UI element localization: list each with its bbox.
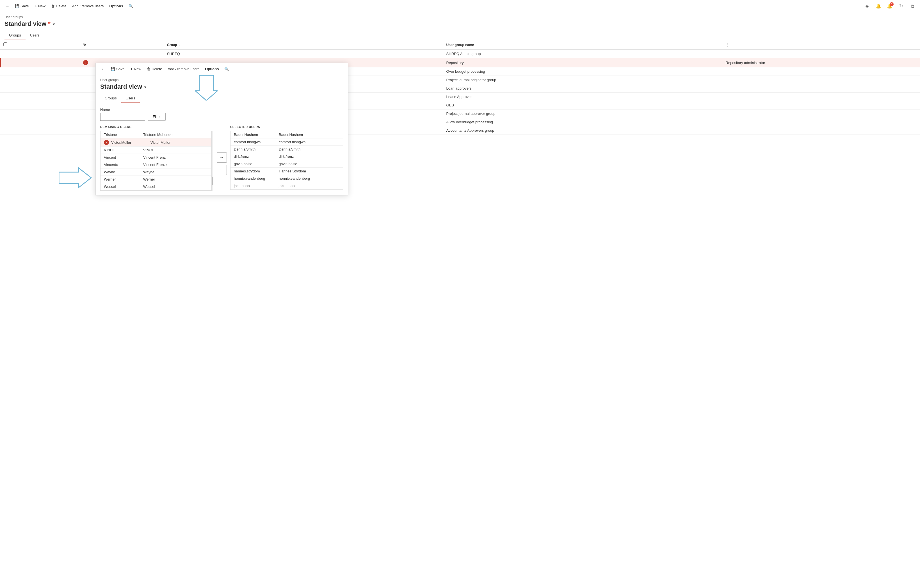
panel-search-button[interactable]: 🔍 <box>222 66 231 72</box>
selected-user-row[interactable]: hennie.vandenberghennie.vandenberg <box>230 175 343 182</box>
user-id: Vincentx <box>104 163 143 167</box>
unsaved-indicator: * <box>48 20 50 28</box>
main-tabs: Groups Users <box>0 31 920 40</box>
panel-new-button[interactable]: + New <box>128 65 143 73</box>
user-id: Tristone <box>104 133 143 137</box>
selected-user-row[interactable]: Dennis.SmithDennis.Smith <box>230 146 343 153</box>
selected-user-row[interactable]: gavin.halsegavin.halse <box>230 160 343 168</box>
col-name-header: User group name <box>443 40 722 50</box>
panel-breadcrumb: User groups <box>100 78 343 82</box>
column-menu-icon[interactable]: ⋮ <box>726 43 729 47</box>
row-checkbox-cell <box>0 118 80 126</box>
move-right-icon: → <box>220 155 224 160</box>
panel-options-button[interactable]: Options <box>203 66 221 72</box>
panel-tab-users[interactable]: Users <box>121 94 140 103</box>
selected-user-id: jako.boon <box>234 184 279 188</box>
remaining-users-title: REMAINING USERS <box>100 125 213 129</box>
panel-back-button[interactable]: ← <box>99 66 107 72</box>
transfer-buttons: → ← <box>213 136 230 191</box>
notifications[interactable]: 🔔 0 <box>885 2 894 11</box>
remaining-user-row[interactable]: VINCEVINCE <box>100 147 211 154</box>
title-dropdown-chevron[interactable]: ∨ <box>52 22 55 26</box>
selected-user-display-name: gavin.halse <box>279 162 340 166</box>
back-button[interactable]: ← <box>3 3 11 9</box>
selected-user-display-name: hennie.vandenberg <box>279 177 340 181</box>
row-name: Accountants Approvers group <box>443 126 920 135</box>
selected-user-display-name: jako.boon <box>279 184 340 188</box>
remaining-scrollbar[interactable] <box>212 131 213 191</box>
options-button[interactable]: Options <box>107 3 125 9</box>
row-group: SHREQ <box>164 50 443 58</box>
selected-user-id: Bader.Hashem <box>234 133 279 137</box>
row-name: Project journal originator group <box>443 76 920 84</box>
panel-delete-button[interactable]: 🗑 Delete <box>144 66 165 72</box>
diamond-icon-btn[interactable]: ◈ <box>863 2 872 11</box>
name-input[interactable] <box>100 113 145 121</box>
user-check-mark: ✓ <box>104 140 109 145</box>
sort-icon: ↓ <box>179 44 180 47</box>
remaining-user-row[interactable]: ✓Victor.MullerVictor.Muller <box>100 138 211 147</box>
tab-users[interactable]: Users <box>26 31 44 40</box>
selected-user-id: hennie.vandenberg <box>234 177 279 181</box>
selected-user-row[interactable]: Bader.HashemBader.Hashem <box>230 131 343 138</box>
col-menu-header[interactable]: ⋮ <box>722 40 920 50</box>
remaining-users-container: TristoneTristone Muhunde✓Victor.MullerVi… <box>100 131 213 191</box>
selected-users-list[interactable]: Bader.HashemBader.Hashemcomfort.hlongwac… <box>230 131 343 190</box>
remaining-user-row[interactable]: VincentVincent Frenz <box>100 154 211 161</box>
add-remove-users-button[interactable]: Add / remove users <box>70 3 106 9</box>
move-right-button[interactable]: → <box>217 152 227 163</box>
user-display-name: Vincent Frenzx <box>143 163 208 167</box>
remaining-user-row[interactable]: VincentxVincent Frenzx <box>100 161 211 168</box>
selection-indicator <box>0 58 1 67</box>
speaker-icon-btn[interactable]: 🔔 <box>874 2 883 11</box>
selected-user-id: dirk.frenz <box>234 154 279 159</box>
remaining-user-row[interactable]: WayneWayne <box>100 168 211 176</box>
select-all-checkbox[interactable] <box>3 42 7 46</box>
user-id: Wayne <box>104 170 143 174</box>
remaining-user-row[interactable]: WernerWerner <box>100 176 211 183</box>
panel-title-dropdown-chevron[interactable]: ∨ <box>144 84 147 89</box>
selected-user-display-name: dirk.frenz <box>279 154 340 159</box>
panel-toolbar: ← 💾 Save + New 🗑 Delete Add / remove use… <box>96 63 348 75</box>
remaining-user-row[interactable]: WesselWessel <box>100 183 211 190</box>
remaining-users-section: REMAINING USERS TristoneTristone Muhunde… <box>100 125 213 191</box>
refresh-btn[interactable]: ↻ <box>896 2 905 11</box>
col-refresh: ↻ <box>80 40 164 50</box>
col-checkbox <box>0 40 80 50</box>
remaining-user-row[interactable]: TristoneTristone Muhunde <box>100 131 211 138</box>
panel-tab-groups[interactable]: Groups <box>100 94 121 103</box>
panel-search-icon: 🔍 <box>224 67 229 71</box>
filter-button[interactable]: Filter <box>148 113 166 121</box>
user-id: Vincent <box>104 155 143 159</box>
delete-button[interactable]: 🗑 Delete <box>49 3 69 9</box>
selected-user-row[interactable]: dirk.frenzdirk.frenz <box>230 153 343 160</box>
col-group-header[interactable]: Group ↓ <box>164 40 443 50</box>
panel-add-remove-users-button[interactable]: Add / remove users <box>166 66 202 72</box>
move-left-button[interactable]: ← <box>217 165 227 175</box>
panel-save-button[interactable]: 💾 Save <box>109 66 127 72</box>
row-checkbox-cell <box>0 101 80 110</box>
search-icon: 🔍 <box>129 4 133 8</box>
selected-user-row[interactable]: jako.boonjako.boon <box>230 182 343 190</box>
row-check-mark: ✓ <box>83 60 88 65</box>
row-checkbox-cell <box>0 67 80 76</box>
tab-groups[interactable]: Groups <box>5 31 26 40</box>
new-button[interactable]: + New <box>32 3 48 10</box>
search-button[interactable]: 🔍 <box>126 3 135 9</box>
window-btn[interactable]: ⧉ <box>908 2 917 11</box>
right-arrow-annotation <box>59 167 92 190</box>
selected-user-row[interactable]: comfort.hlongwacomfort.hlongwa <box>230 138 343 146</box>
user-id: Victor.Muller <box>111 140 151 145</box>
refresh-table-icon[interactable]: ↻ <box>83 43 86 47</box>
remaining-users-list[interactable]: TristoneTristone Muhunde✓Victor.MullerVi… <box>100 131 212 191</box>
selected-user-id: hannes.strydom <box>234 169 279 173</box>
speaker-icon: 🔔 <box>876 3 881 9</box>
remaining-scrollbar-thumb <box>212 177 213 185</box>
selected-user-row[interactable]: hannes.strydomHannes Strydom <box>230 168 343 175</box>
save-button[interactable]: 💾 Save <box>13 3 31 9</box>
back-icon: ← <box>6 4 9 8</box>
table-row[interactable]: SHREQSHREQ Admin group <box>0 50 920 58</box>
row-name: Over budget processing <box>443 67 920 76</box>
selected-user-display-name: Bader.Hashem <box>279 133 340 137</box>
panel-title: Standard view ∨ <box>100 83 343 91</box>
